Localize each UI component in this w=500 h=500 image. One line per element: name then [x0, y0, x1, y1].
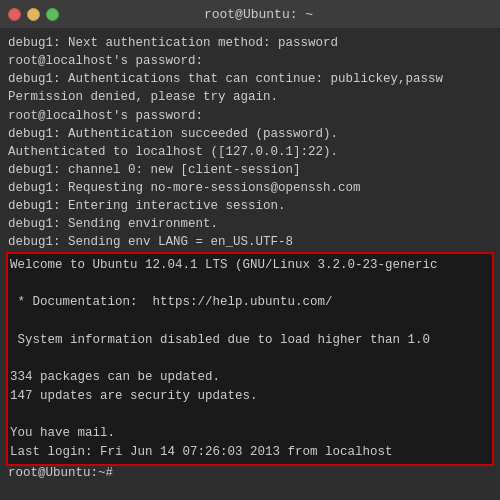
lastlogin-line: Last login: Fri Jun 14 07:26:03 2013 fro…	[10, 443, 490, 462]
terminal-line: debug1: Sending env LANG = en_US.UTF-8	[8, 233, 492, 251]
sysinfo-line: System information disabled due to load …	[10, 331, 490, 350]
blank-line	[10, 312, 490, 331]
maximize-button[interactable]	[46, 8, 59, 21]
pre-highlight-output: debug1: Next authentication method: pass…	[8, 34, 492, 252]
terminal-line: root@localhost's password:	[8, 52, 492, 70]
blank-line	[10, 349, 490, 368]
terminal-window: root@Ubuntu: ~ debug1: Next authenticati…	[0, 0, 500, 500]
terminal-line: debug1: channel 0: new [client-session]	[8, 161, 492, 179]
terminal-line: debug1: Authentications that can continu…	[8, 70, 492, 88]
packages-line: 334 packages can be updated.	[10, 368, 490, 387]
terminal-line: debug1: Entering interactive session.	[8, 197, 492, 215]
terminal-line: debug1: Authentication succeeded (passwo…	[8, 125, 492, 143]
terminal-line: debug1: Next authentication method: pass…	[8, 34, 492, 52]
titlebar: root@Ubuntu: ~	[0, 0, 500, 28]
terminal-line: debug1: Sending environment.	[8, 215, 492, 233]
mail-line: You have mail.	[10, 424, 490, 443]
minimize-button[interactable]	[27, 8, 40, 21]
blank-line	[10, 274, 490, 293]
terminal-line: Authenticated to localhost ([127.0.0.1]:…	[8, 143, 492, 161]
terminal-prompt[interactable]: root@Ubuntu:~#	[8, 466, 492, 480]
terminal-body[interactable]: debug1: Next authentication method: pass…	[0, 28, 500, 500]
terminal-line: root@localhost's password:	[8, 107, 492, 125]
highlighted-block: Welcome to Ubuntu 12.04.1 LTS (GNU/Linux…	[6, 252, 494, 466]
security-line: 147 updates are security updates.	[10, 387, 490, 406]
doc-line: * Documentation: https://help.ubuntu.com…	[10, 293, 490, 312]
welcome-line: Welcome to Ubuntu 12.04.1 LTS (GNU/Linux…	[10, 256, 490, 275]
window-title: root@Ubuntu: ~	[65, 7, 452, 22]
close-button[interactable]	[8, 8, 21, 21]
terminal-line: debug1: Requesting no-more-sessions@open…	[8, 179, 492, 197]
terminal-line: Permission denied, please try again.	[8, 88, 492, 106]
blank-line	[10, 406, 490, 425]
